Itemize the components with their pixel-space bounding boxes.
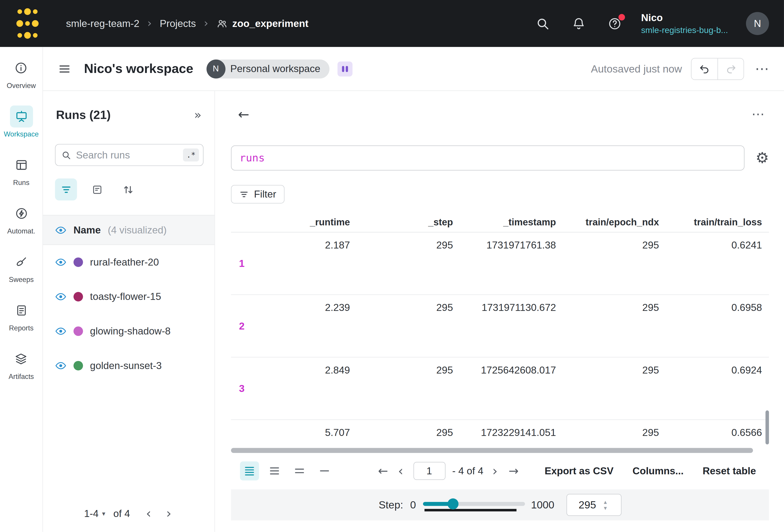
table-cell: 5.707	[254, 420, 357, 446]
table-row[interactable]: 1 2.187 295 1731971761.38 295 0.6241	[231, 232, 769, 295]
runs-search-input[interactable]	[76, 149, 178, 161]
sidebar-item-artifacts[interactable]: Artifacts	[8, 348, 34, 381]
vertical-scrollbar[interactable]	[765, 410, 769, 444]
sidebar-item-workspace[interactable]: Workspace	[4, 106, 38, 138]
table-row[interactable]: 2 2.239 295 1731971130.672 295 0.6958	[231, 295, 769, 357]
row-index[interactable]: 3	[231, 357, 254, 419]
visibility-eye-icon[interactable]	[55, 360, 66, 371]
run-list-item[interactable]: rural-feather-20	[43, 245, 215, 279]
row-index[interactable]: 2	[231, 295, 254, 357]
breadcrumb-separator-icon: ›	[147, 18, 152, 29]
row-height-compact-icon[interactable]	[240, 461, 259, 481]
row-index[interactable]: 1	[231, 232, 254, 295]
filter-runs-button[interactable]	[55, 178, 77, 200]
table-cell: 1731971761.38	[460, 232, 563, 295]
collapse-panel-icon[interactable]: »	[194, 109, 202, 121]
run-name[interactable]: rural-feather-20	[90, 256, 159, 268]
user-org-link[interactable]: smle-registries-bug-b...	[641, 25, 728, 35]
sidebar-item-runs[interactable]: Runs	[10, 154, 33, 187]
prev-page-icon[interactable]: ‹	[395, 465, 407, 477]
runs-next-page-icon[interactable]: ›	[164, 507, 173, 520]
column-header[interactable]: _step	[357, 217, 460, 228]
visibility-eye-icon[interactable]	[55, 256, 66, 268]
step-value-input[interactable]	[567, 499, 603, 511]
runs-search-box: .*	[55, 144, 203, 166]
runs-sidebar: Runs (21) » .*	[43, 91, 215, 532]
column-header[interactable]: train/epoch_ndx	[563, 217, 666, 228]
table-cell: 295	[563, 357, 666, 419]
row-index[interactable]: 4	[231, 420, 254, 446]
sidebar-item-automations[interactable]: Automat.	[7, 202, 35, 235]
column-header[interactable]: _timestamp	[460, 217, 563, 228]
sidebar-item-reports[interactable]: Reports	[9, 300, 33, 332]
gear-icon[interactable]: ⚙	[755, 150, 769, 165]
breadcrumb-projects[interactable]: Projects	[160, 18, 196, 29]
runs-prev-page-icon[interactable]: ‹	[144, 507, 153, 520]
notifications-bell-icon[interactable]	[571, 16, 586, 31]
sidebar-label: Sweeps	[9, 275, 34, 283]
columns-button[interactable]: Columns...	[633, 465, 684, 477]
sweeps-broom-icon	[10, 251, 33, 273]
search-icon	[61, 150, 71, 160]
help-icon[interactable]	[607, 16, 622, 31]
filter-button[interactable]: Filter	[231, 185, 285, 203]
user-avatar[interactable]: N	[746, 12, 769, 35]
runs-list-header[interactable]: Name (4 visualized)	[43, 215, 215, 245]
run-name[interactable]: toasty-flower-15	[90, 291, 161, 302]
regex-toggle[interactable]: .*	[183, 148, 199, 161]
run-list-item[interactable]: glowing-shadow-8	[43, 314, 215, 348]
sidebar-item-sweeps[interactable]: Sweeps	[9, 251, 34, 283]
column-header[interactable]: _runtime	[254, 217, 357, 228]
column-header[interactable]: train/train_loss	[666, 217, 769, 228]
workspace-more-icon[interactable]: ⋯	[755, 62, 769, 76]
first-page-icon[interactable]: ←	[375, 465, 391, 477]
breadcrumb-project[interactable]: zoo_experiment	[216, 18, 308, 29]
user-menu[interactable]: Nico smle-registries-bug-b...	[641, 12, 728, 35]
next-page-icon[interactable]: ›	[489, 465, 501, 477]
row-height-tall-icon[interactable]	[290, 461, 309, 481]
run-name[interactable]: glowing-shadow-8	[90, 326, 171, 337]
redo-button[interactable]	[718, 58, 744, 79]
wandb-logo-icon[interactable]	[16, 7, 39, 39]
run-list-item[interactable]: toasty-flower-15	[43, 279, 215, 314]
table-row[interactable]: 3 2.849 295 1725642608.017 295 0.6924	[231, 357, 769, 420]
run-name[interactable]: golden-sunset-3	[90, 360, 162, 371]
step-max: 1000	[531, 499, 554, 511]
horizontal-scrollbar-thumb[interactable]	[231, 448, 753, 453]
filter-label: Filter	[254, 189, 276, 200]
run-color-dot	[74, 361, 83, 370]
table-row[interactable]: 4 5.707 295 1723229141.051 295 0.6566	[231, 420, 769, 446]
panel-layout-icon[interactable]	[337, 61, 353, 76]
workspace-header: Nico's workspace N Personal workspace Au…	[43, 47, 784, 91]
personal-workspace-badge[interactable]: N Personal workspace	[206, 59, 329, 78]
export-csv-button[interactable]: Export as CSV	[545, 465, 614, 477]
back-arrow-icon[interactable]: ←	[238, 107, 249, 121]
panel-more-icon[interactable]: ⋯	[751, 108, 765, 120]
last-page-icon[interactable]: →	[506, 465, 522, 477]
step-slider-knob[interactable]	[448, 498, 459, 509]
breadcrumb-team[interactable]: smle-reg-team-2	[66, 18, 139, 29]
run-list-item[interactable]: golden-sunset-3	[43, 348, 215, 383]
sort-runs-button[interactable]	[117, 178, 139, 200]
undo-button[interactable]	[692, 58, 718, 79]
sidebar-label: Workspace	[4, 130, 38, 138]
visibility-eye-icon[interactable]	[55, 326, 66, 337]
search-icon[interactable]	[535, 16, 550, 31]
table-body: 1 2.187 295 1731971761.38 295 0.6241 2 2…	[231, 232, 769, 446]
run-display-settings-button[interactable]	[86, 178, 108, 200]
hamburger-menu-icon[interactable]	[57, 61, 72, 76]
project-sidebar: Overview Workspace Runs	[0, 47, 43, 532]
sidebar-item-overview[interactable]: Overview	[7, 57, 36, 89]
row-height-extra-tall-icon[interactable]	[315, 461, 334, 481]
row-height-medium-icon[interactable]	[265, 461, 284, 481]
spinner-up-icon[interactable]: ▴	[604, 499, 607, 505]
page-number-input[interactable]	[413, 462, 445, 480]
spinner-down-icon[interactable]: ▾	[604, 505, 607, 511]
runs-page-size-dropdown[interactable]: 1-4 ▾	[84, 508, 106, 519]
visibility-eye-icon[interactable]	[55, 291, 66, 302]
step-slider[interactable]	[423, 498, 525, 511]
notification-dot	[619, 14, 625, 21]
query-input[interactable]	[240, 152, 736, 164]
reset-table-button[interactable]: Reset table	[703, 465, 756, 477]
visibility-eye-icon[interactable]	[55, 224, 66, 236]
